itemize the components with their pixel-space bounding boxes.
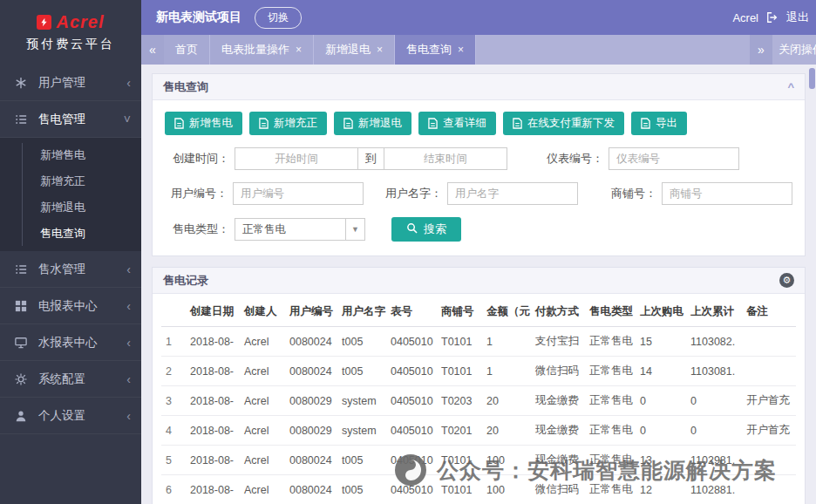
- table-cell: 2018-08-: [186, 327, 240, 357]
- sidebar-item-sale-mgmt[interactable]: 售电管理˅: [0, 101, 141, 138]
- export-button[interactable]: 导出: [631, 112, 687, 135]
- top-header: 新电表测试项目 切换 Acrel 退出: [141, 0, 816, 35]
- table-header-cell: 上次购电: [636, 297, 686, 327]
- table-cell: Acrel: [240, 446, 285, 475]
- switch-project-button[interactable]: 切换: [255, 7, 302, 29]
- monitor-icon: [15, 337, 30, 349]
- start-time-input[interactable]: [235, 148, 357, 169]
- table-cell: 2018-08-: [186, 386, 240, 416]
- sidebar-menu: 用户管理‹售电管理˅新增售电新增充正新增退电售电查询售水管理‹电报表中心‹水报表…: [0, 65, 141, 434]
- sidebar-item-system-config[interactable]: 系统配置‹: [0, 361, 141, 398]
- scrollbar-thumb[interactable]: [809, 68, 815, 89]
- close-icon[interactable]: ×: [458, 44, 464, 56]
- user-name-input[interactable]: [447, 182, 578, 205]
- new-correct-button[interactable]: 新增充正: [249, 112, 327, 135]
- query-panel-title: 售电查询: [163, 79, 208, 95]
- table-cell: 15: [636, 327, 686, 357]
- sidebar-subitem-new-refund[interactable]: 新增退电: [0, 194, 141, 221]
- query-panel-body: 新增售电新增充正新增退电查看详细在线支付重新下发导出 创建时间： 到 仪表编号：…: [153, 100, 805, 255]
- create-time-label: 创建时间：: [165, 151, 229, 167]
- table-cell: Acrel: [240, 327, 285, 357]
- close-icon[interactable]: ×: [377, 44, 383, 56]
- tab-meter-batch-ops[interactable]: 电表批量操作×: [210, 35, 314, 65]
- tab-sale-query[interactable]: 售电查询×: [395, 35, 476, 65]
- sidebar-item-water-report-center[interactable]: 水报表中心‹: [0, 324, 141, 361]
- sale-type-select[interactable]: 正常售电 ▼: [235, 218, 365, 241]
- user-no-input[interactable]: [233, 182, 364, 205]
- query-panel-header: 售电查询 ^: [153, 74, 805, 100]
- records-table-container: 创建日期创建人用户编号用户名字表号商铺号金额（元付款方式售电类型上次购电上次累计…: [153, 294, 805, 504]
- logout-icon[interactable]: [766, 11, 779, 24]
- close-icon[interactable]: ×: [296, 44, 302, 56]
- tabs-scroll-left-icon[interactable]: «: [141, 35, 164, 65]
- records-table: 创建日期创建人用户编号用户名字表号商铺号金额（元付款方式售电类型上次购电上次累计…: [161, 297, 796, 504]
- table-row[interactable]: 52018-08-Acrel0080024t0050405010T0101100…: [161, 446, 796, 475]
- doc-icon: [343, 118, 353, 129]
- user-no-label: 用户编号：: [165, 186, 228, 201]
- table-cell: 0080029: [285, 416, 337, 446]
- table-cell: 13: [636, 446, 686, 475]
- sidebar-item-elec-report-center[interactable]: 电报表中心‹: [0, 288, 141, 324]
- table-cell: 正常售电: [585, 446, 636, 475]
- table-cell: 开户首充: [742, 416, 796, 446]
- table-settings-icon[interactable]: ⚙: [779, 273, 794, 288]
- table-header-cell: 创建人: [240, 297, 285, 327]
- acrel-logo-icon: [37, 15, 51, 30]
- logo-subtitle: 预付费云平台: [26, 37, 115, 52]
- new-sale-button[interactable]: 新增售电: [165, 112, 242, 135]
- table-cell: Acrel: [240, 475, 285, 504]
- table-row[interactable]: 42018-08-Acrel0080029system0405010T02012…: [161, 416, 796, 446]
- sidebar-item-water-mgmt[interactable]: 售水管理‹: [0, 251, 141, 288]
- table-row[interactable]: 32018-08-Acrel0080029system0405010T02032…: [161, 386, 796, 416]
- records-panel-header: 售电记录 ⚙: [153, 268, 805, 294]
- tab-label: 新增退电: [325, 42, 371, 58]
- online-pay-reissue-button[interactable]: 在线支付重新下发: [503, 112, 624, 135]
- view-detail-button[interactable]: 查看详细: [418, 112, 496, 135]
- end-time-input[interactable]: [384, 148, 507, 169]
- table-cell: 1102881.: [686, 475, 742, 504]
- sidebar-subitem-sale-query[interactable]: 售电查询: [0, 221, 141, 247]
- meter-no-input[interactable]: [609, 147, 739, 170]
- chevron-down-icon: ▼: [345, 219, 364, 240]
- records-panel-title: 售电记录: [163, 273, 208, 289]
- sidebar-item-user-mgmt[interactable]: 用户管理‹: [0, 65, 141, 101]
- tab-home[interactable]: 首页: [164, 35, 210, 65]
- table-cell: 3: [161, 386, 186, 416]
- table-cell: 支付宝扫: [531, 327, 585, 357]
- sidebar-item-personal-settings[interactable]: 个人设置‹: [0, 398, 141, 434]
- table-cell: [742, 357, 796, 386]
- asterisk-icon: [15, 77, 30, 89]
- tabs-scroll-right-icon[interactable]: »: [750, 35, 772, 65]
- table-cell: 2018-08-: [186, 416, 240, 446]
- table-cell: t005: [337, 475, 386, 504]
- table-cell: Acrel: [240, 416, 285, 446]
- sidebar-subitem-new-sale[interactable]: 新增售电: [0, 142, 141, 168]
- table-header-cell: 付款方式: [531, 297, 585, 327]
- sidebar-subitem-new-correct[interactable]: 新增充正: [0, 168, 141, 194]
- username[interactable]: Acrel: [732, 11, 758, 24]
- list-icon: [15, 263, 30, 276]
- chevron-left-icon: ‹: [126, 262, 131, 276]
- table-cell: 5: [161, 446, 186, 475]
- shop-no-input[interactable]: [662, 182, 792, 205]
- tab-new-refund[interactable]: 新增退电×: [314, 35, 395, 65]
- doc-icon: [259, 118, 269, 129]
- table-row[interactable]: 12018-08-Acrel0080024t0050405010T01011支付…: [161, 327, 796, 357]
- logout-button[interactable]: 退出: [786, 10, 809, 25]
- table-cell: 12: [636, 475, 686, 504]
- collapse-panel-icon[interactable]: ^: [787, 80, 794, 93]
- table-cell: 0405010: [386, 386, 437, 416]
- logo-row: Acrel: [37, 12, 104, 32]
- table-row[interactable]: 62018-08-Acrel0080024t0050405010T0101100…: [161, 475, 796, 504]
- tab-spacer: [476, 35, 750, 65]
- sidebar-item-label: 水报表中心: [38, 335, 126, 351]
- table-row[interactable]: 22018-08-Acrel0080024t0050405010T01011微信…: [161, 357, 796, 386]
- close-tabs-menu[interactable]: 关闭操作: [772, 35, 816, 65]
- search-button[interactable]: 搜索: [391, 217, 461, 242]
- table-cell: 微信扫码: [531, 357, 585, 386]
- date-range-group: 到: [235, 147, 507, 170]
- table-cell: 0080024: [285, 475, 337, 504]
- table-cell: 1103082.: [686, 327, 742, 357]
- new-refund-button[interactable]: 新增退电: [334, 112, 411, 135]
- table-cell: 6: [161, 475, 186, 504]
